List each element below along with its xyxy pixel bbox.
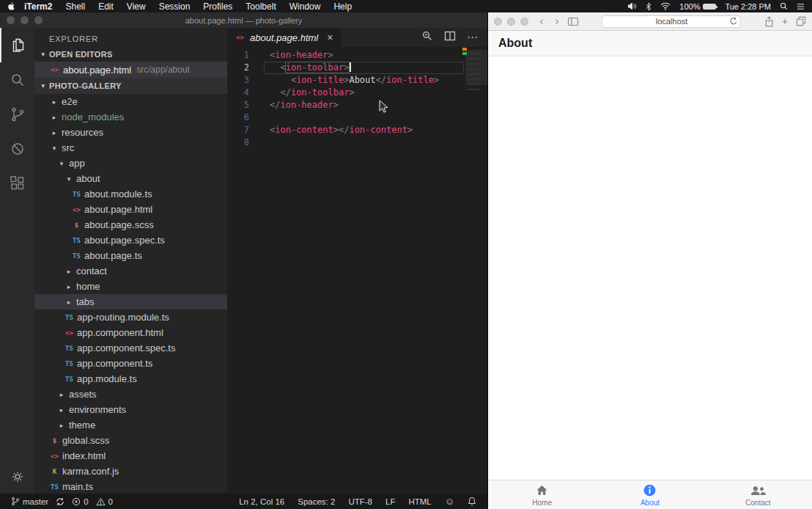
app-tab-about[interactable]: About [596,480,704,509]
editor-actions: ⋯ [421,28,487,47]
tree-item-app.module.ts[interactable]: TSapp.module.ts [34,371,227,387]
wifi-icon[interactable] [660,2,671,10]
tree-item-contact[interactable]: ▸contact [34,263,227,279]
share-icon[interactable] [764,16,774,27]
indentation[interactable]: Spaces: 2 [294,497,339,506]
close-window-button[interactable] [7,16,15,24]
project-section-header[interactable]: ▾ PHOTO-GALLERY [34,78,227,94]
menu-profiles[interactable]: Profiles [196,1,239,12]
tree-item-assets[interactable]: ▸assets [34,387,227,402]
open-editors-section[interactable]: ▾ OPEN EDITORS [34,47,227,62]
apple-menu-icon[interactable] [7,1,16,11]
tree-item-app.component.spec.ts[interactable]: TSapp.component.spec.ts [34,340,227,356]
zoom-window-button[interactable] [34,16,43,24]
encoding[interactable]: UTF-8 [344,497,376,506]
tree-item-label: theme [69,420,95,431]
address-bar[interactable]: localhost [602,15,741,28]
menu-view[interactable]: View [120,1,152,12]
open-editor-item[interactable]: <> about.page.html src/app/about [34,62,227,78]
minimize-window-button[interactable] [21,16,29,24]
menu-help[interactable]: Help [327,1,358,12]
close-window-button[interactable] [494,18,502,26]
forward-button[interactable]: › [552,15,562,27]
tree-item-global.scss[interactable]: $global.scss [34,433,227,448]
search-icon[interactable] [0,62,34,97]
language-mode[interactable]: HTML [405,497,435,506]
tree-item-app-routing.module.ts[interactable]: TSapp-routing.module.ts [34,310,227,325]
menu-session[interactable]: Session [152,1,197,12]
tree-item-app[interactable]: ▾app [34,155,227,171]
volume-icon[interactable] [627,2,637,10]
extensions-icon[interactable] [0,166,34,200]
code-editor[interactable]: 1<ion-header>2 <ion-toolbar>3 <ion-title… [227,47,487,494]
new-tab-icon[interactable]: + [782,16,788,26]
sidebar-toggle-icon[interactable] [567,17,579,26]
settings-gear-icon[interactable] [0,459,34,494]
code-line-4[interactable]: 4 </ion-toolbar> [227,87,487,99]
tree-item-theme[interactable]: ▸theme [34,417,227,433]
menu-bar-clock[interactable]: Tue 2:28 PM [725,2,771,11]
minimap[interactable] [465,47,487,494]
tab-about-page-html[interactable]: <> about.page.html × [227,28,341,47]
spotlight-icon[interactable] [780,2,788,10]
explorer-icon[interactable] [0,28,34,62]
tree-item-index.html[interactable]: <>index.html [34,448,227,464]
code-line-5[interactable]: 5</ion-header> [227,99,487,111]
back-button[interactable]: ‹ [536,15,547,27]
close-tab-icon[interactable]: × [327,32,333,43]
tree-item-about[interactable]: ▾about [34,171,227,186]
notification-center-icon[interactable] [797,3,805,10]
more-actions-icon[interactable]: ⋯ [467,31,479,44]
code-line-3[interactable]: 3 <ion-title>About</ion-title> [227,74,487,87]
minimize-window-button[interactable] [507,18,515,26]
tree-item-app.component.html[interactable]: <>app.component.html [34,325,227,340]
tree-item-src[interactable]: ▾src [34,140,227,155]
vscode-title-bar[interactable]: about.page.html — photo-gallery [0,12,487,28]
menu-toolbelt[interactable]: Toolbelt [239,1,282,12]
tree-item-karma.conf.js[interactable]: Kkarma.conf.js [34,464,227,479]
tree-item-environments[interactable]: ▸environments [34,402,227,417]
source-control-icon[interactable] [0,97,34,131]
app-tab-home[interactable]: Home [488,480,596,509]
eol-sequence[interactable]: LF [382,497,399,506]
tree-item-about.page.spec.ts[interactable]: TSabout.page.spec.ts [34,232,227,248]
tree-item-resources[interactable]: ▸resources [34,125,227,140]
tree-item-about.module.ts[interactable]: TSabout.module.ts [34,186,227,202]
git-branch-indicator[interactable]: master [7,497,52,506]
tree-item-home[interactable]: ▸home [34,279,227,294]
tree-item-about.page.scss[interactable]: $about.page.scss [34,217,227,232]
tree-item-e2e[interactable]: ▸e2e [34,94,227,109]
code-line-1[interactable]: 1<ion-header> [227,49,487,62]
menu-edit[interactable]: Edit [92,1,120,12]
tree-item-about.page.ts[interactable]: TSabout.page.ts [34,248,227,263]
app-tab-contact[interactable]: Contact [704,480,812,509]
tree-item-about.page.html[interactable]: <>about.page.html [34,202,227,217]
debug-icon[interactable] [0,131,34,166]
tree-item-tabs[interactable]: ▸tabs [34,294,227,310]
tree-item-main.ts[interactable]: TSmain.ts [34,479,227,494]
code-line-2[interactable]: 2 <ion-toolbar> [227,62,487,74]
code-line-7[interactable]: 7<ion-content></ion-content> [227,124,487,136]
split-editor-icon[interactable] [444,31,456,44]
zoom-window-button[interactable] [520,18,528,26]
menu-iterm2[interactable]: iTerm2 [18,1,59,12]
warnings-indicator[interactable]: 0 [92,497,117,506]
menu-window[interactable]: Window [283,1,328,12]
reload-icon[interactable] [729,17,738,26]
battery-indicator[interactable]: 100% [679,2,716,11]
html-file-icon: <> [49,66,60,73]
find-in-file-icon[interactable] [421,30,433,45]
menu-shell[interactable]: Shell [59,1,92,12]
tree-item-node_modules[interactable]: ▸node_modules [34,109,227,125]
code-line-8[interactable]: 8 [227,136,487,149]
sync-indicator[interactable] [52,497,68,506]
editor-area: <> about.page.html × ⋯ [227,28,487,494]
cursor-position[interactable]: Ln 2, Col 16 [235,497,288,506]
bluetooth-icon[interactable] [646,2,652,11]
tab-overview-icon[interactable] [796,16,806,26]
errors-indicator[interactable]: 0 [68,497,92,506]
tree-item-app.component.ts[interactable]: TSapp.component.ts [34,356,227,371]
notifications-bell-icon[interactable] [464,497,480,506]
code-line-6[interactable]: 6 [227,111,487,124]
feedback-smiley-icon[interactable]: ☺ [441,496,458,507]
